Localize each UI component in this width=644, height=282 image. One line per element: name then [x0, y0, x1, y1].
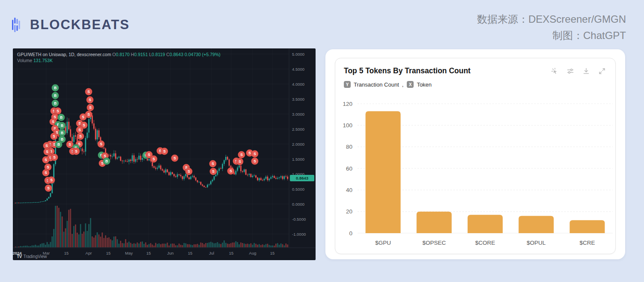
svg-text:-0.5000: -0.5000	[292, 217, 306, 222]
svg-text:B: B	[54, 93, 57, 98]
bar-chart-canvas: 020406080100120$GPU$OPSEC$CORE$OPUL$CRE	[335, 96, 615, 254]
svg-text:B: B	[61, 123, 63, 128]
tradingview-attribution-text: TradingView	[23, 254, 47, 259]
expand-icon[interactable]	[598, 67, 606, 75]
svg-text:Apr: Apr	[86, 251, 92, 255]
svg-text:$CRE: $CRE	[579, 240, 595, 246]
svg-text:$CORE: $CORE	[475, 240, 495, 246]
svg-text:S: S	[152, 157, 155, 161]
ohlc-open-label: O	[112, 52, 116, 57]
tradingview-attribution: TV TradingView	[17, 254, 47, 259]
svg-text:S: S	[82, 115, 84, 119]
svg-text:S: S	[79, 134, 82, 138]
svg-text:0.8643: 0.8643	[296, 176, 308, 180]
filter-sliders-icon[interactable]	[566, 67, 574, 75]
svg-text:S: S	[248, 151, 251, 155]
svg-text:15: 15	[146, 251, 151, 255]
svg-text:$OPUL: $OPUL	[527, 240, 546, 246]
card-toolbar	[551, 67, 606, 75]
svg-text:15: 15	[270, 251, 275, 255]
svg-text:B: B	[57, 142, 60, 147]
chart-card-panel: Top 5 Tokens By Transaction Count	[325, 49, 625, 259]
svg-text:S: S	[89, 98, 91, 102]
svg-text:S: S	[100, 142, 102, 146]
blockbeats-logo-icon	[12, 16, 25, 33]
svg-text:S: S	[78, 128, 81, 132]
card-header: Top 5 Tokens By Transaction Count	[335, 58, 615, 75]
svg-text:S: S	[253, 152, 256, 156]
x-axis-field: Token	[417, 81, 432, 88]
svg-text:S: S	[47, 186, 50, 190]
svg-text:3.0000: 3.0000	[292, 112, 304, 117]
card-title: Top 5 Tokens By Transaction Count	[344, 66, 471, 75]
svg-text:2.5000: 2.5000	[292, 127, 304, 132]
svg-text:S: S	[212, 162, 214, 166]
svg-text:2.0000: 2.0000	[292, 142, 304, 147]
svg-text:S: S	[163, 149, 166, 153]
ohlc-close-value: 0.8643	[170, 52, 183, 57]
interactive-sparkle-icon[interactable]	[551, 67, 558, 75]
svg-text:Jul: Jul	[209, 251, 214, 255]
volume-value: 131.753K	[33, 58, 53, 63]
ohlc-change-value: 0.04730 (+5.79%)	[185, 52, 221, 57]
svg-text:B: B	[61, 131, 63, 135]
svg-text:S: S	[253, 159, 256, 163]
svg-text:15: 15	[64, 251, 69, 255]
tradingview-logo-icon: TV	[17, 254, 21, 259]
svg-text:100: 100	[343, 122, 352, 129]
source-line-2: 制图：ChatGPT	[477, 27, 626, 44]
ohlc-open-value: 0.8170	[116, 52, 130, 57]
svg-text:S: S	[148, 153, 150, 157]
svg-text:Aug: Aug	[249, 251, 256, 255]
svg-text:B: B	[105, 159, 108, 163]
svg-text:S: S	[75, 149, 78, 153]
svg-text:3.5000: 3.5000	[292, 97, 304, 102]
download-icon[interactable]	[582, 67, 590, 75]
svg-text:15: 15	[106, 251, 111, 255]
svg-text:S: S	[47, 165, 49, 169]
tv-legend-line2: Volume 131.753K	[17, 57, 221, 63]
svg-text:S: S	[46, 150, 48, 154]
tv-legend: GPU/WETH on Uniswap, 1D, dexscreener.com…	[17, 51, 221, 63]
svg-text:S: S	[53, 134, 55, 138]
svg-text:S: S	[188, 169, 190, 174]
svg-text:S: S	[50, 178, 53, 182]
svg-text:4.5000: 4.5000	[292, 67, 304, 72]
svg-text:B: B	[60, 115, 63, 120]
svg-text:40: 40	[346, 187, 352, 193]
volume-label: Volume	[17, 58, 32, 63]
svg-text:B: B	[61, 137, 63, 141]
svg-text:S: S	[45, 158, 47, 162]
svg-text:15: 15	[188, 251, 193, 255]
svg-text:S: S	[83, 123, 85, 127]
svg-text:S: S	[240, 153, 243, 157]
svg-text:S: S	[45, 144, 48, 148]
svg-text:20: 20	[346, 208, 352, 215]
bar-chart-card: Top 5 Tokens By Transaction Count	[335, 58, 616, 254]
svg-text:S: S	[173, 156, 176, 160]
svg-text:B: B	[54, 86, 57, 90]
brand-wordmark: BLOCKBEATS	[30, 17, 130, 33]
source-line-1: 数据来源：DEXScreener/GMGN	[477, 11, 626, 27]
axis-separator: ,	[402, 81, 404, 88]
svg-text:S: S	[87, 112, 90, 117]
axis-mapping-row: Y Transaction Count , X Token	[335, 75, 615, 88]
svg-text:S: S	[212, 169, 215, 174]
svg-text:$OPSEC: $OPSEC	[422, 240, 446, 246]
svg-text:0.0000: 0.0000	[292, 202, 304, 207]
svg-text:May: May	[125, 251, 133, 255]
svg-text:S: S	[230, 169, 232, 173]
svg-text:4.0000: 4.0000	[292, 82, 304, 87]
svg-text:S: S	[52, 120, 54, 124]
blockbeats-logo: BLOCKBEATS	[12, 16, 130, 33]
ohlc-close-label: C	[166, 52, 170, 57]
svg-text:S: S	[57, 109, 59, 113]
svg-text:S: S	[239, 159, 241, 164]
svg-text:0: 0	[349, 230, 352, 237]
svg-text:Jun: Jun	[167, 251, 173, 255]
tv-symbol: GPU/WETH on Uniswap, 1D, dexscreener.com	[17, 52, 111, 57]
svg-text:80: 80	[346, 144, 352, 150]
svg-text:5.0000: 5.0000	[292, 52, 304, 57]
data-source-note: 数据来源：DEXScreener/GMGN 制图：ChatGPT	[477, 11, 626, 44]
svg-text:S: S	[53, 155, 56, 159]
